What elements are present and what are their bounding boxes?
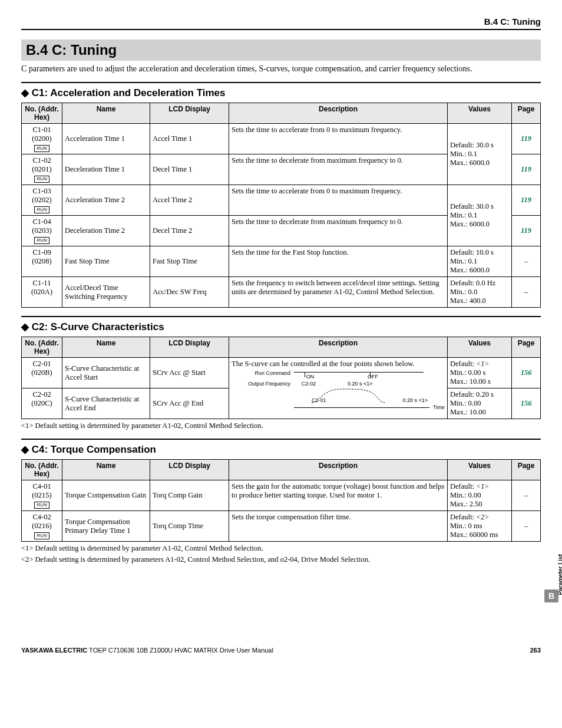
table-row: C1-01(0200)RUN Acceleration Time 1 Accel… xyxy=(22,124,541,154)
param-name: Acceleration Time 1 xyxy=(62,124,150,154)
col-name: Name xyxy=(62,460,150,480)
param-lcd: Torq Comp Gain xyxy=(150,480,229,511)
diagram-time-axis: Time xyxy=(429,404,445,411)
param-values: Default: 30.0 s Min.: 0.1 Max.: 6000.0 xyxy=(448,124,512,185)
table-row: C4-02(0216)RUN Torque Compensation Prima… xyxy=(22,511,541,542)
footer-doc: TOEP C710636 10B Z1000U HVAC MATRIX Driv… xyxy=(87,647,273,654)
c1-heading: C1: Acceleration and Deceleration Times xyxy=(21,82,541,99)
run-badge: RUN xyxy=(34,502,49,509)
col-no: No. (Addr. Hex) xyxy=(22,460,62,480)
param-name: Torque Compensation Gain xyxy=(62,480,150,511)
page-link[interactable]: 156 xyxy=(512,358,541,388)
scurve-shape-icon xyxy=(309,388,403,404)
param-name: Fast Stop Time xyxy=(62,246,150,277)
page-link: – xyxy=(512,480,541,511)
col-desc: Description xyxy=(229,460,448,480)
param-lcd: Accel Time 1 xyxy=(150,124,229,154)
param-desc: Sets the gain for the automatic torque (… xyxy=(229,480,448,511)
param-addr: (0203) xyxy=(32,226,51,235)
col-page: Page xyxy=(512,460,541,480)
c2-table: No. (Addr. Hex) Name LCD Display Descrip… xyxy=(21,337,541,419)
diagram-time1: 0.20 s <1> xyxy=(348,380,373,387)
table-row: C1-11(020A) Accel/Decel Time Switching F… xyxy=(22,277,541,308)
param-name: S-Curve Characteristic at Accel End xyxy=(62,388,150,419)
c4-footnote1: <1> Default setting is determined by par… xyxy=(21,544,541,553)
param-addr: (0200) xyxy=(32,134,51,143)
page-link[interactable]: 119 xyxy=(512,216,541,246)
param-lcd: Accel Time 2 xyxy=(150,185,229,216)
param-no: C1-11 xyxy=(33,279,51,287)
c4-footnote2: <2> Default setting is determined by par… xyxy=(21,555,541,564)
page-link[interactable]: 119 xyxy=(512,124,541,154)
col-desc: Description xyxy=(229,103,448,124)
param-lcd: Torq Comp Time xyxy=(150,511,229,542)
param-values: Default: 0.20 s Min.: 0.00 Max.: 10.00 xyxy=(448,388,512,419)
param-no: C2-01 xyxy=(32,360,51,368)
c2-heading: C2: S-Curve Characteristics xyxy=(21,316,541,333)
col-val: Values xyxy=(448,103,512,124)
param-values: Default: <1>Min.: 0.00Max.: 2.50 xyxy=(448,480,512,511)
run-badge: RUN xyxy=(34,237,49,244)
table-row: C1-09(0208) Fast Stop Time Fast Stop Tim… xyxy=(22,246,541,277)
param-addr: (020A) xyxy=(31,288,52,296)
param-desc: Sets the torque compensation filter time… xyxy=(229,511,448,542)
param-name: Torque Compensation Primary Delay Time 1 xyxy=(62,511,150,542)
run-badge: RUN xyxy=(34,206,49,213)
page-link[interactable]: 119 xyxy=(512,154,541,185)
page-link: – xyxy=(512,277,541,308)
diagram-c202: C2-02 xyxy=(294,380,323,387)
col-lcd: LCD Display xyxy=(150,460,229,480)
c4-table: No. (Addr. Hex) Name LCD Display Descrip… xyxy=(21,459,541,542)
param-no: C1-04 xyxy=(32,218,51,226)
col-no: No. (Addr. Hex) xyxy=(22,103,62,124)
param-values: Default: 10.0 s Min.: 0.1 Max.: 6000.0 xyxy=(448,246,512,277)
section-title: B.4 C: Tuning xyxy=(21,39,541,61)
footer-page-number: 263 xyxy=(530,647,541,654)
col-lcd: LCD Display xyxy=(150,103,229,124)
col-no: No. (Addr. Hex) xyxy=(22,337,62,358)
run-badge: RUN xyxy=(34,532,49,539)
intro-text: C parameters are used to adjust the acce… xyxy=(21,64,541,74)
col-page: Page xyxy=(512,103,541,124)
col-name: Name xyxy=(62,103,150,124)
param-addr: (0216) xyxy=(32,522,51,530)
page-link: – xyxy=(512,511,541,542)
param-name: Deceleration Time 2 xyxy=(62,216,150,246)
c1-table: No. (Addr. Hex) Name LCD Display Descrip… xyxy=(21,103,541,308)
side-badge: B xyxy=(544,589,558,602)
param-lcd: SCrv Acc @ End xyxy=(150,388,229,419)
side-label: Parameter List xyxy=(557,554,562,595)
param-addr: (0201) xyxy=(32,165,51,173)
page-header: B.4 C: Tuning xyxy=(21,17,541,30)
footer-brand: YASKAWA ELECTRIC xyxy=(21,647,87,654)
diagram-label-run: Run Command xyxy=(237,370,294,377)
param-no: C1-02 xyxy=(32,156,51,164)
param-no: C1-01 xyxy=(32,126,51,134)
param-lcd: Decel Time 1 xyxy=(150,154,229,185)
table-row: C4-01(0215)RUN Torque Compensation Gain … xyxy=(22,480,541,511)
scurve-desc-cell: The S-curve can be controlled at the fou… xyxy=(229,358,448,419)
col-val: Values xyxy=(448,337,512,358)
param-no: C4-02 xyxy=(32,513,51,521)
run-badge: RUN xyxy=(34,176,49,183)
param-desc: Sets the frequency to switch between acc… xyxy=(229,277,448,308)
param-lcd: Decel Time 2 xyxy=(150,216,229,246)
scurve-diagram: Run Command ON OFF Output Frequency C2-0… xyxy=(232,368,445,411)
param-addr: (020B) xyxy=(31,368,52,377)
param-no: C2-02 xyxy=(32,390,51,398)
diagram-label-freq: Output Frequency xyxy=(237,380,294,387)
param-no: C4-01 xyxy=(32,482,51,490)
c4-heading: C4: Torque Compensation xyxy=(21,439,541,456)
param-lcd: Acc/Dec SW Freq xyxy=(150,277,229,308)
param-values: Default: 0.0 Hz Min.: 0.0 Max.: 400.0 xyxy=(448,277,512,308)
param-no: C1-03 xyxy=(32,187,51,195)
param-no: C1-09 xyxy=(32,248,51,256)
page-link[interactable]: 156 xyxy=(512,388,541,419)
param-values: Default: <1>Min.: 0.00 sMax.: 10.00 s xyxy=(448,358,512,388)
page-link[interactable]: 119 xyxy=(512,185,541,216)
run-badge: RUN xyxy=(34,145,49,152)
col-desc: Description xyxy=(229,337,448,358)
table-row: C1-03(0202)RUN Acceleration Time 2 Accel… xyxy=(22,185,541,216)
param-desc: Sets the time to decelerate from maximum… xyxy=(229,216,448,246)
param-addr: (0202) xyxy=(32,196,51,204)
